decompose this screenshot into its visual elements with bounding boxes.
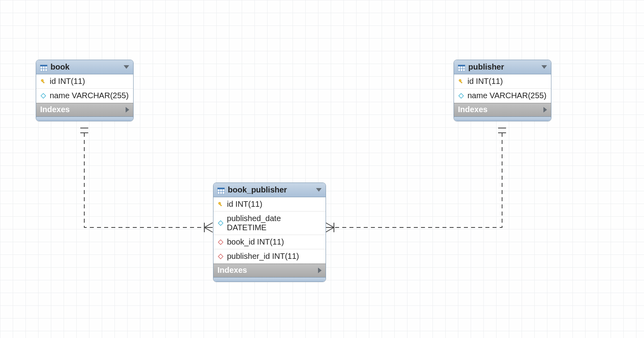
entity-header[interactable]: publisher: [454, 60, 551, 74]
column-icon: [217, 220, 224, 226]
relation-publisher-to-book_publisher: [326, 128, 506, 232]
column-text: name VARCHAR(255): [50, 91, 129, 100]
svg-marker-37: [218, 254, 223, 259]
indexes-section[interactable]: Indexes: [213, 264, 326, 277]
column-text: name VARCHAR(255): [467, 91, 547, 100]
table-icon: [40, 64, 47, 70]
column-row[interactable]: publisher_id INT(11): [213, 249, 326, 264]
indexes-label: Indexes: [217, 266, 247, 275]
svg-rect-13: [40, 65, 47, 66]
entity-title: book_publisher: [228, 185, 313, 194]
svg-line-9: [326, 223, 334, 227]
column-text: book_id INT(11): [227, 237, 284, 247]
foreign-key-icon: [217, 253, 224, 260]
column-row[interactable]: id INT(11): [36, 74, 133, 89]
svg-rect-29: [217, 188, 225, 189]
relation-book-to-book_publisher: [80, 128, 213, 232]
collapse-icon[interactable]: [316, 188, 322, 192]
primary-key-icon: [217, 201, 224, 208]
svg-rect-34: [220, 204, 222, 206]
entity-publisher[interactable]: publisher id INT(11) name VARCHAR(255) I…: [454, 60, 551, 121]
column-text: publisher_id INT(11): [227, 252, 299, 261]
column-row[interactable]: name VARCHAR(255): [454, 89, 551, 103]
primary-key-icon: [40, 78, 47, 85]
column-text: id INT(11): [467, 77, 503, 86]
svg-marker-27: [459, 93, 464, 98]
erd-relationships: [0, 0, 644, 338]
entity-book[interactable]: book id INT(11) name VARCHAR(255) Indexe…: [36, 60, 134, 121]
expand-icon[interactable]: [543, 107, 547, 113]
indexes-label: Indexes: [458, 105, 487, 114]
primary-key-icon: [458, 78, 464, 85]
column-row[interactable]: book_id INT(11): [213, 235, 326, 249]
collapse-icon[interactable]: [541, 65, 547, 69]
column-icon: [458, 93, 464, 99]
svg-line-3: [204, 223, 213, 227]
svg-marker-36: [218, 240, 223, 245]
svg-line-5: [204, 227, 213, 232]
entity-footer: [36, 117, 133, 121]
column-row[interactable]: id INT(11): [454, 74, 551, 89]
column-icon: [40, 93, 47, 99]
entity-header[interactable]: book: [36, 60, 133, 74]
table-icon: [458, 64, 465, 70]
svg-rect-21: [458, 65, 465, 66]
expand-icon[interactable]: [126, 107, 129, 113]
entity-title: publisher: [468, 62, 538, 72]
svg-rect-18: [43, 81, 45, 83]
column-row[interactable]: id INT(11): [213, 197, 326, 212]
column-text: id INT(11): [50, 77, 85, 86]
foreign-key-icon: [217, 239, 224, 245]
column-row[interactable]: published_date DATETIME: [213, 212, 326, 235]
indexes-section[interactable]: Indexes: [454, 103, 551, 117]
entity-book_publisher[interactable]: book_publisher id INT(11) published_date…: [213, 183, 326, 282]
table-icon: [217, 187, 225, 193]
svg-rect-26: [460, 81, 462, 83]
column-text: id INT(11): [227, 200, 262, 209]
svg-marker-35: [218, 221, 223, 225]
indexes-label: Indexes: [40, 105, 70, 114]
svg-line-11: [326, 227, 334, 232]
svg-marker-19: [41, 93, 46, 98]
entity-footer: [213, 277, 326, 282]
column-row[interactable]: name VARCHAR(255): [36, 89, 133, 103]
expand-icon[interactable]: [318, 268, 322, 273]
entity-footer: [454, 117, 551, 121]
entity-title: book: [50, 62, 120, 72]
entity-header[interactable]: book_publisher: [213, 183, 326, 197]
collapse-icon[interactable]: [124, 65, 129, 69]
indexes-section[interactable]: Indexes: [36, 103, 133, 117]
column-text: published_date DATETIME: [227, 214, 322, 232]
